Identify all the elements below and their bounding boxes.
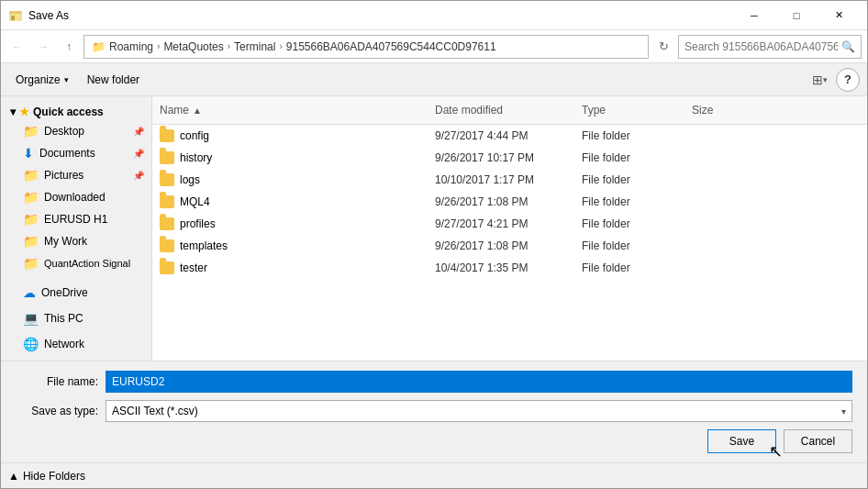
quick-access-header[interactable]: ▾ ★ Quick access	[1, 100, 151, 120]
quick-access-chevron-icon: ▾	[10, 106, 16, 118]
table-row[interactable]: tester 10/4/2017 1:35 PM File folder	[152, 257, 867, 279]
downloaded-folder-icon: 📁	[23, 190, 39, 205]
file-list-header: Name ▲ Date modified Type Size	[152, 96, 867, 125]
maximize-button[interactable]: □	[775, 1, 818, 30]
search-box[interactable]: 🔍	[678, 35, 862, 59]
back-button[interactable]: ←	[6, 36, 28, 58]
file-size-cell	[684, 243, 758, 249]
sidebar-quantaction-label: QuantAction Signal	[44, 258, 130, 269]
save-button[interactable]: Save ↖	[707, 429, 776, 453]
file-name-input[interactable]	[106, 371, 852, 393]
table-row[interactable]: profiles 9/27/2017 4:21 PM File folder	[152, 213, 867, 235]
help-icon: ?	[844, 72, 851, 86]
close-button[interactable]: ✕	[818, 1, 860, 30]
save-label: Save	[729, 435, 754, 448]
column-date[interactable]: Date modified	[428, 100, 574, 120]
eurusd-folder-icon: 📁	[23, 212, 39, 227]
file-date-cell: 9/26/2017 1:08 PM	[428, 237, 574, 255]
sidebar-downloaded-label: Downloaded	[44, 191, 106, 204]
file-name-cell: tester	[180, 261, 207, 274]
table-row[interactable]: MQL4 9/26/2017 1:08 PM File folder	[152, 191, 867, 213]
table-row[interactable]: templates 9/26/2017 1:08 PM File folder	[152, 235, 867, 257]
table-row[interactable]: config 9/27/2017 4:44 PM File folder	[152, 125, 867, 147]
sidebar-item-network[interactable]: 🌐 Network	[1, 333, 151, 355]
sidebar-item-thispc[interactable]: 💻 This PC	[1, 307, 151, 329]
view-button[interactable]: ⊞ ▾	[807, 67, 832, 93]
file-size-cell	[684, 177, 758, 183]
my-work-folder-icon: 📁	[23, 234, 39, 249]
organize-label: Organize	[16, 73, 61, 86]
file-type-cell: File folder	[574, 259, 684, 277]
column-name[interactable]: Name ▲	[152, 100, 428, 120]
file-name-cell: config	[180, 129, 209, 142]
sidebar-item-my-work[interactable]: 📁 My Work	[1, 230, 151, 252]
sidebar-item-desktop[interactable]: 📁 Desktop 📌	[1, 120, 151, 142]
view-icon: ⊞	[812, 72, 823, 87]
dialog-icon	[8, 8, 23, 23]
forward-button[interactable]: →	[32, 36, 54, 58]
file-date-cell: 9/26/2017 10:17 PM	[428, 149, 574, 167]
file-size-cell	[684, 155, 758, 161]
minimize-button[interactable]: ─	[733, 1, 775, 30]
table-row[interactable]: history 9/26/2017 10:17 PM File folder	[152, 147, 867, 169]
sidebar-item-documents[interactable]: ⬇ Documents 📌	[1, 142, 151, 164]
sidebar-item-downloaded[interactable]: 📁 Downloaded	[1, 186, 151, 208]
folder-icon	[160, 129, 174, 142]
column-size[interactable]: Size	[684, 100, 758, 120]
hide-folders-bar: ▲ Hide Folders	[1, 462, 867, 488]
documents-pin-icon: 📌	[133, 149, 144, 159]
folder-icon	[160, 195, 174, 208]
help-button[interactable]: ?	[836, 68, 860, 92]
new-folder-button[interactable]: New folder	[80, 67, 147, 93]
address-path[interactable]: 📁 Roaming › MetaQuotes › Terminal › 9155…	[83, 35, 649, 59]
quantaction-folder-icon: 📁	[23, 256, 39, 271]
path-guid[interactable]: 915566BA06ADA407569C544CC0D97611	[286, 40, 496, 53]
file-name-cell: MQL4	[180, 195, 210, 208]
file-type-cell: File folder	[574, 149, 684, 167]
pc-icon: 💻	[23, 311, 39, 326]
save-as-dialog: Save As ─ □ ✕ ← → ↑ 📁 Roaming › MetaQuot…	[0, 0, 868, 489]
folder-icon	[160, 173, 174, 186]
sidebar-item-pictures[interactable]: 📁 Pictures 📌	[1, 164, 151, 186]
svg-rect-2	[11, 16, 15, 20]
table-row[interactable]: logs 10/10/2017 1:17 PM File folder	[152, 169, 867, 191]
file-type-cell: File folder	[574, 171, 684, 189]
address-bar: ← → ↑ 📁 Roaming › MetaQuotes › Terminal …	[1, 30, 867, 63]
sidebar-item-eurusd-h1[interactable]: 📁 EURUSD H1	[1, 208, 151, 230]
sidebar-item-onedrive[interactable]: ☁ OneDrive	[1, 282, 151, 304]
toolbar-right: ⊞ ▾ ?	[807, 67, 860, 93]
main-content: ▾ ★ Quick access 📁 Desktop 📌 ⬇ Documents…	[1, 96, 867, 361]
quick-access-star-icon: ★	[19, 106, 29, 118]
save-as-type-dropdown[interactable]: ASCII Text (*.csv) ▾	[106, 400, 852, 422]
onedrive-icon: ☁	[23, 285, 36, 300]
sidebar-network-label: Network	[44, 338, 84, 350]
sidebar-item-quantaction[interactable]: 📁 QuantAction Signal	[1, 252, 151, 274]
column-type[interactable]: Type	[574, 100, 684, 120]
file-name-cell: profiles	[180, 217, 216, 230]
folder-icon	[160, 261, 174, 274]
organize-button[interactable]: Organize ▾	[8, 67, 76, 93]
file-list: config 9/27/2017 4:44 PM File folder his…	[152, 125, 867, 361]
path-terminal[interactable]: Terminal	[234, 40, 275, 53]
path-metaquotes[interactable]: MetaQuotes	[163, 40, 223, 53]
save-as-type-label: Save as type:	[16, 405, 98, 417]
dropdown-arrow-icon: ▾	[841, 406, 846, 417]
hide-folders-button[interactable]: ▲ Hide Folders	[8, 470, 85, 483]
documents-folder-icon: ⬇	[23, 146, 34, 161]
cursor-icon: ↖	[769, 441, 783, 461]
refresh-button[interactable]: ↻	[652, 36, 674, 58]
desktop-folder-icon: 📁	[23, 124, 39, 139]
search-icon: 🔍	[841, 40, 855, 53]
path-roaming[interactable]: Roaming	[109, 40, 153, 53]
filename-row: File name:	[16, 371, 852, 393]
file-size-cell	[684, 199, 758, 205]
cancel-button[interactable]: Cancel	[784, 429, 852, 453]
file-date-cell: 9/27/2017 4:44 PM	[428, 127, 574, 145]
cancel-label: Cancel	[801, 435, 835, 448]
up-button[interactable]: ↑	[58, 36, 80, 58]
sidebar-desktop-label: Desktop	[44, 125, 84, 138]
pictures-folder-icon: 📁	[23, 168, 39, 183]
search-input[interactable]	[684, 40, 838, 53]
folder-icon	[160, 239, 174, 252]
file-type-cell: File folder	[574, 237, 684, 255]
